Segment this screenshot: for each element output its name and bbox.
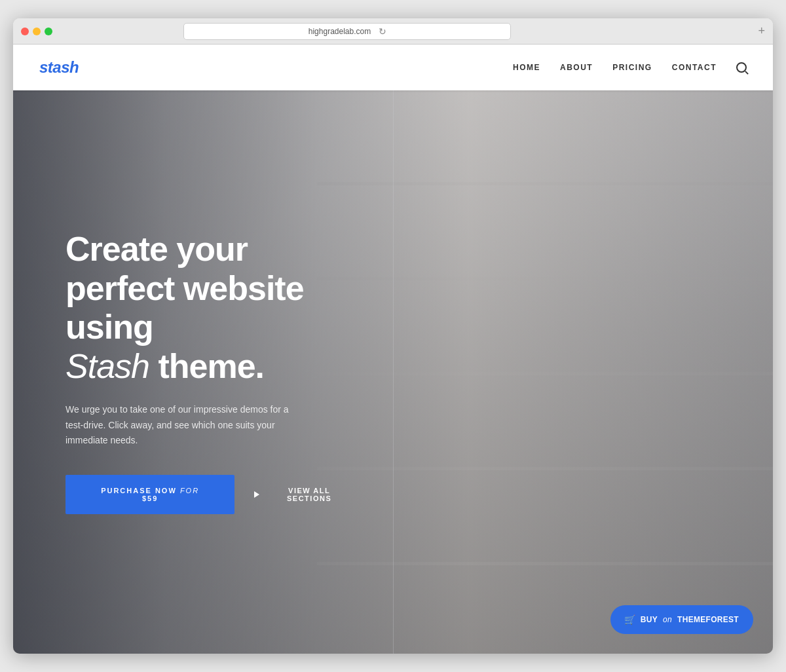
browser-titlebar: highgradelab.com ↻ + [13,18,773,45]
nav-item-home[interactable]: HOME [513,63,540,72]
hero-subtitle: We urge you to take one of our impressiv… [66,402,295,449]
nav-links: HOME ABOUT PRICING CONTACT [513,62,747,73]
new-tab-icon[interactable]: + [758,24,765,38]
nav-item-contact[interactable]: CONTACT [672,63,717,72]
browser-traffic-lights [21,28,52,35]
hero-title-end: theme. [149,347,264,385]
purchase-label-italic: for [180,487,199,495]
url-text: highgradelab.com [309,27,371,36]
browser-window: highgradelab.com ↻ + stash HOME ABOUT PR… [13,18,773,654]
hero-headline: Create your perfect website using Stash … [66,230,354,386]
purchase-label-price: $59 [142,495,158,502]
buy-label-suffix: THEMEFOREST [677,615,739,624]
hero-buttons: PURCHASE NOW for $59 VIEW ALL SECTIONS [66,475,354,514]
view-sections-button[interactable]: VIEW ALL SECTIONS [254,487,354,502]
hero-title-line1: Create your [66,230,248,268]
buy-themeforest-button[interactable]: 🛒 BUY on THEMEFOREST [610,605,753,634]
minimize-dot[interactable] [33,28,41,35]
buy-label-prefix: BUY [641,615,658,624]
search-icon[interactable] [736,62,747,73]
website-content: stash HOME ABOUT PRICING CONTACT Create … [13,45,773,654]
hero-title-line2: perfect website using [66,269,304,346]
buy-label-italic: on [663,615,672,624]
close-dot[interactable] [21,28,29,35]
refresh-icon[interactable]: ↻ [379,26,386,37]
hero-title-italic: Stash [66,347,149,385]
site-logo[interactable]: stash [39,58,79,77]
cart-icon: 🛒 [625,614,635,625]
hero-content: Create your perfect website using Stash … [13,230,406,515]
play-icon [254,491,259,498]
nav-item-about[interactable]: ABOUT [560,63,593,72]
view-sections-label: VIEW ALL SECTIONS [265,487,354,502]
address-bar[interactable]: highgradelab.com ↻ [183,23,511,40]
nav-item-pricing[interactable]: PRICING [612,63,652,72]
navigation: stash HOME ABOUT PRICING CONTACT [13,45,773,90]
maximize-dot[interactable] [45,28,52,35]
purchase-button[interactable]: PURCHASE NOW for $59 [66,475,234,514]
purchase-label-prefix: PURCHASE NOW [101,487,180,495]
hero-section: Create your perfect website using Stash … [13,90,773,654]
